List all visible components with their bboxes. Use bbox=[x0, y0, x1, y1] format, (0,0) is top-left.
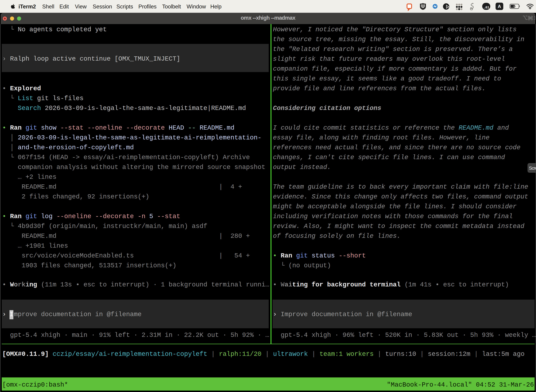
svg-text:1: 1 bbox=[534, 15, 535, 20]
